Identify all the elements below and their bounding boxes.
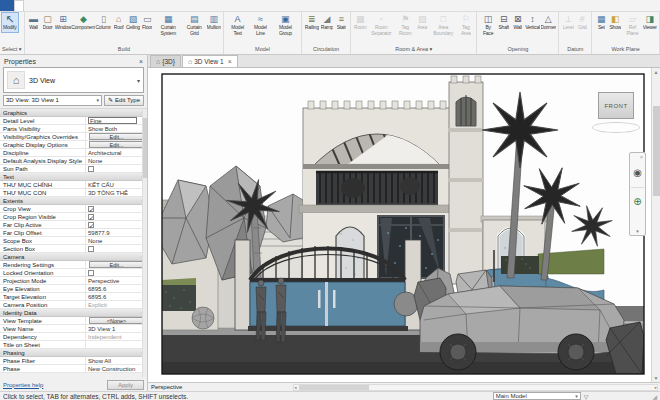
ribbon-button[interactable]: ⚑ Tag Room (395, 13, 415, 37)
ribbon-tab[interactable] (120, 0, 128, 11)
property-row[interactable]: Dependency Independent (0, 333, 147, 341)
horizontal-scrollbar[interactable]: ◂ ▸ (293, 384, 658, 391)
ribbon-button[interactable]: □ Area Boundary (429, 13, 457, 37)
ribbon-tab[interactable] (80, 0, 88, 11)
property-value[interactable] (86, 245, 147, 252)
ribbon-button[interactable]: ⌂ Roof (112, 13, 126, 32)
property-row[interactable]: Projection Mode Perspective (0, 277, 147, 285)
apply-button[interactable]: Apply (107, 380, 144, 390)
ribbon-button[interactable]: ⊟ Shaft (497, 13, 511, 32)
ribbon-button[interactable]: ▦ Curtain System (154, 13, 182, 37)
ribbon-button[interactable]: ◆ Component (72, 13, 96, 32)
property-value[interactable]: Show All (86, 357, 147, 364)
ribbon-button[interactable]: △ Dormer (540, 13, 556, 32)
properties-scrollbar[interactable] (142, 110, 147, 377)
ribbon-button[interactable]: ◧ Show (608, 13, 622, 32)
ribbon-tab[interactable] (96, 0, 104, 11)
property-row[interactable]: Graphics (0, 109, 147, 117)
property-row[interactable]: Detail Level Fine (0, 117, 147, 125)
ribbon-button[interactable]: ▢ Door (41, 13, 55, 32)
ribbon-button[interactable]: ▬ Wall (27, 13, 41, 32)
vertical-scrollbar[interactable]: ▲ ▼ (651, 68, 660, 382)
property-value[interactable]: Edit... (86, 261, 147, 268)
property-value[interactable]: 59877.9 (86, 229, 147, 236)
property-value[interactable]: 3D View 1 (86, 325, 147, 332)
ribbon-tab[interactable] (14, 0, 24, 11)
property-row[interactable]: Parts Visibility Show Both (0, 125, 147, 133)
ribbon-button[interactable]: ▧ Ceiling (126, 13, 141, 32)
chevron-down-icon[interactable]: ▾ (636, 228, 639, 234)
scroll-down-icon[interactable]: ▼ (654, 374, 659, 382)
property-row[interactable]: Crop Region Visible (0, 213, 147, 221)
property-value[interactable]: 3D TỔNG THỂ (86, 189, 147, 196)
property-row[interactable]: Rendering Settings Edit... (0, 261, 147, 269)
ribbon-tab[interactable] (56, 0, 64, 11)
view-scale-perspective[interactable]: Perspective (151, 384, 182, 390)
property-value[interactable] (86, 205, 147, 212)
property-value[interactable]: New Construction (86, 365, 147, 372)
property-value[interactable] (86, 213, 147, 220)
ribbon-button[interactable]: ≡ Stair (334, 13, 348, 32)
property-value[interactable]: None (86, 237, 147, 244)
scroll-up-icon[interactable]: ▲ (654, 68, 659, 76)
ribbon-tab[interactable] (112, 0, 120, 11)
ribbon-button[interactable]: ⊥ Level (561, 13, 575, 32)
ribbon-button[interactable]: ⊠ Wall (511, 13, 525, 32)
property-row[interactable]: Locked Orientation (0, 269, 147, 277)
ribbon-button[interactable]: ≣ Railing (304, 13, 320, 32)
property-row[interactable]: View Template <None> (0, 317, 147, 325)
property-value[interactable]: 6895.6 (86, 293, 147, 300)
ribbon-button[interactable]: ▫ Room Separator (367, 13, 395, 37)
resize-grip[interactable]: ◢ (652, 393, 657, 400)
property-value[interactable]: Fine (86, 117, 147, 124)
property-row[interactable]: Far Clip Active (0, 221, 147, 229)
ribbon-button[interactable]: ⚐ Tag Area (457, 13, 474, 37)
ribbon-button[interactable]: # Grid (575, 13, 589, 32)
ribbon-button[interactable]: ▯ Column (95, 13, 111, 32)
filter-icon[interactable]: ▽ (584, 393, 589, 400)
ribbon-button[interactable]: ⊞ Window (55, 13, 72, 32)
ribbon-group-label-select[interactable]: Select ▾ (2, 45, 22, 54)
property-value[interactable]: Explicit (86, 301, 147, 308)
property-row[interactable]: THƯ MỤC CHÍNH KẾT CẤU (0, 181, 147, 189)
ribbon-tab[interactable] (136, 0, 144, 11)
property-row[interactable]: Camera Position Explicit (0, 301, 147, 309)
ribbon-button[interactable]: ▥ Mullion (206, 13, 221, 32)
type-selector[interactable]: ⌂ 3D View ▾ (3, 67, 144, 93)
close-icon[interactable]: × (640, 154, 645, 161)
ribbon-tab[interactable] (104, 0, 112, 11)
ribbon-tab[interactable] (64, 0, 72, 11)
property-value[interactable]: Show Both (86, 125, 147, 132)
ribbon-tab[interactable] (0, 0, 14, 11)
viewcube-front-face[interactable]: FRONT (604, 103, 627, 109)
drawing-area[interactable]: 79 (148, 68, 660, 382)
property-value[interactable]: Independent (86, 333, 147, 340)
ribbon-button[interactable]: A Model Text (226, 13, 249, 37)
property-value[interactable]: <None> (86, 317, 147, 324)
close-icon[interactable]: × (139, 58, 143, 65)
ribbon-tab[interactable] (128, 0, 136, 11)
property-row[interactable]: Graphic Display Options Edit... (0, 141, 147, 149)
scroll-right-icon[interactable]: ▸ (655, 385, 657, 390)
property-row[interactable]: Target Elevation 6895.6 (0, 293, 147, 301)
property-row[interactable]: Section Box (0, 245, 147, 253)
ribbon-tab[interactable] (88, 0, 96, 11)
viewcube[interactable]: FRONT (598, 92, 634, 119)
property-value[interactable]: Edit... (86, 141, 147, 148)
scroll-thumb[interactable] (653, 106, 660, 196)
properties-help-link[interactable]: Properties help (3, 382, 43, 388)
property-row[interactable]: Eye Elevation 6895.6 (0, 285, 147, 293)
property-value[interactable]: Architectural (86, 149, 147, 156)
ribbon-button[interactable]: ▦ Set (594, 13, 608, 32)
ribbon-button[interactable]: ◢ Ramp (320, 13, 335, 32)
ribbon-button[interactable]: ▤ Curtain Grid (182, 13, 206, 37)
property-row[interactable]: Crop View (0, 205, 147, 213)
property-row[interactable]: Phasing (0, 349, 147, 357)
ribbon-button[interactable]: ◨ Viewer (642, 13, 657, 32)
ribbon-button[interactable]: ▣ Model Group (272, 13, 299, 37)
view-tab[interactable]: ⌂ 3D View 1 × (182, 55, 238, 67)
property-row[interactable]: Far Clip Offset 59877.9 (0, 229, 147, 237)
property-value[interactable]: Edit... (86, 133, 147, 140)
ribbon-tab[interactable] (32, 0, 40, 11)
ribbon-button[interactable]: ◫ By Face (479, 13, 496, 37)
